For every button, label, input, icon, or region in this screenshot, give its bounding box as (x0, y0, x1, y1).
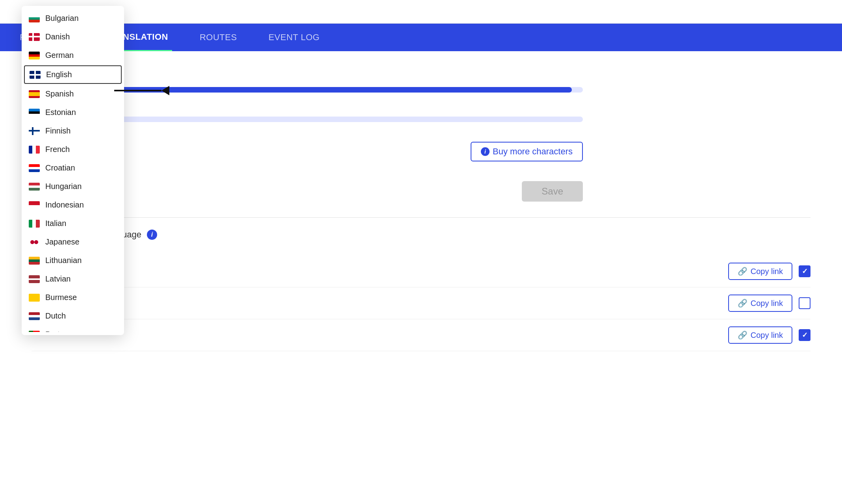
dropdown-label-german: German (45, 51, 74, 60)
dropdown-label-finnish: Finnish (45, 126, 70, 135)
copy-link-section: 🔗 Copy link 🔗 Copy link 🔗 Copy link (32, 256, 810, 351)
dropdown-item-hungarian[interactable]: Hungarian (22, 177, 124, 196)
dropdown-label-hungarian: Hungarian (45, 182, 82, 191)
flag-bulgarian (29, 15, 40, 22)
flag-hungarian (29, 183, 40, 191)
dropdown-label-lithuanian: Lithuanian (45, 256, 82, 265)
copy-link-row-3: 🔗 Copy link (32, 319, 810, 351)
dropdown-item-bulgarian[interactable]: Bulgarian (22, 9, 124, 28)
flag-croatian (29, 164, 40, 172)
flag-japanese (29, 238, 40, 246)
copy-link-row-1: 🔗 Copy link (32, 256, 810, 287)
tab-routes[interactable]: ROUTES (196, 24, 241, 51)
main-content: 500000) 00000) i Buy more characters Sav… (0, 51, 842, 504)
dropdown-item-spanish[interactable]: Spanish (22, 85, 124, 103)
dropdown-item-latvian[interactable]: Latvian (22, 270, 124, 288)
top-bar (0, 0, 842, 24)
dropdown-label-japanese: Japanese (45, 237, 80, 246)
info-icon: i (481, 147, 490, 156)
dropdown-label-indonesian: Indonesian (45, 200, 84, 209)
dropdown-label-burmese: Burmese (45, 293, 77, 302)
dropdown-label-latvian: Latvian (45, 274, 71, 284)
arrow-indicator (114, 86, 169, 95)
flag-dutch (29, 312, 40, 320)
dropdown-label-estonian: Estonian (45, 108, 76, 117)
prefer-browser-language-row: Prefer browser language i (32, 217, 810, 240)
progress-label-2: 00000) (32, 104, 810, 113)
link-icon-1: 🔗 (738, 267, 747, 276)
dropdown-label-english: English (46, 70, 72, 79)
language-dropdown: BulgarianDanishGermanEnglishSpanishEston… (22, 6, 124, 335)
dropdown-item-lithuanian[interactable]: Lithuanian (22, 251, 124, 270)
dropdown-label-dutch: Dutch (45, 311, 66, 321)
prefer-browser-language-info-icon[interactable]: i (147, 230, 157, 240)
dropdown-item-german[interactable]: German (22, 46, 124, 65)
dropdown-label-croatian: Croatian (45, 163, 75, 172)
copy-link-button-3[interactable]: 🔗 Copy link (728, 326, 792, 344)
dropdown-item-japanese[interactable]: Japanese (22, 233, 124, 251)
flag-italian (29, 220, 40, 228)
dropdown-item-estonian[interactable]: Estonian (22, 103, 124, 122)
copy-link-button-1[interactable]: 🔗 Copy link (728, 263, 792, 280)
checkbox-1[interactable] (799, 265, 810, 277)
flag-portuguese (29, 331, 40, 332)
progress-section: 500000) 00000) (32, 75, 810, 122)
dropdown-label-spanish: Spanish (45, 89, 74, 98)
checkbox-2[interactable] (799, 297, 810, 309)
dropdown-item-italian[interactable]: Italian (22, 214, 124, 233)
flag-spanish (29, 90, 40, 98)
dropdown-label-bulgarian: Bulgarian (45, 14, 79, 23)
tab-eventlog[interactable]: EVENT LOG (265, 24, 324, 51)
dropdown-label-portuguese: Portuguese (45, 330, 85, 332)
dropdown-item-indonesian[interactable]: Indonesian (22, 196, 124, 214)
dropdown-item-burmese[interactable]: Burmese (22, 288, 124, 307)
dropdown-item-french[interactable]: French (22, 140, 124, 159)
flag-estonian (29, 109, 40, 117)
progress-row-2: 00000) (32, 104, 810, 122)
flag-burmese (29, 294, 40, 302)
dropdown-item-croatian[interactable]: Croatian (22, 159, 124, 177)
checkbox-3[interactable] (799, 329, 810, 341)
save-button[interactable]: Save (522, 181, 583, 202)
nav-bar: P SETTINGS TRANSLATION ROUTES EVENT LOG (0, 24, 842, 51)
dropdown-label-italian: Italian (45, 219, 66, 228)
copy-link-button-2[interactable]: 🔗 Copy link (728, 295, 792, 312)
dropdown-item-finnish[interactable]: Finnish (22, 122, 124, 140)
dropdown-item-english[interactable]: English (24, 65, 122, 84)
dropdown-scroll[interactable]: BulgarianDanishGermanEnglishSpanishEston… (22, 9, 124, 332)
flag-danish (29, 33, 40, 41)
arrow-head (161, 86, 169, 95)
flag-french (29, 146, 40, 154)
flag-german (29, 52, 40, 59)
buy-more-characters-button[interactable]: i Buy more characters (471, 142, 583, 161)
arrow-line (114, 90, 161, 91)
flag-latvian (29, 275, 40, 283)
flag-indonesian (29, 201, 40, 209)
progress-label-1: 500000) (32, 75, 810, 84)
dropdown-item-danish[interactable]: Danish (22, 28, 124, 46)
dropdown-label-french: French (45, 145, 70, 154)
dropdown-item-dutch[interactable]: Dutch (22, 307, 124, 325)
flag-lithuanian (29, 257, 40, 265)
copy-link-row-2: 🔗 Copy link (32, 287, 810, 319)
flag-finnish (29, 127, 40, 135)
link-icon-3: 🔗 (738, 330, 747, 340)
link-icon-2: 🔗 (738, 298, 747, 308)
dropdown-item-portuguese[interactable]: Portuguese (22, 325, 124, 332)
flag-english (30, 71, 41, 79)
dropdown-label-danish: Danish (45, 32, 70, 41)
